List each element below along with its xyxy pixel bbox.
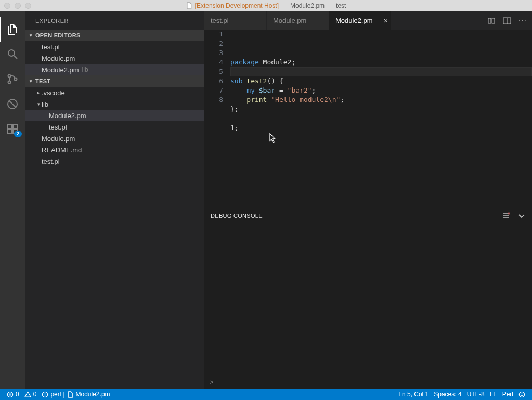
tree-file[interactable]: Module.pm xyxy=(25,133,204,144)
titlebar-filename: Module2.pm xyxy=(290,2,325,9)
open-editor-item[interactable]: test.pl xyxy=(25,41,204,53)
warning-icon xyxy=(24,391,31,398)
editor-tabs: test.pl Module.pm Module2.pm × ··· xyxy=(204,11,532,30)
code-line[interactable] xyxy=(230,67,532,76)
svg-rect-8 xyxy=(8,130,12,134)
status-cursor-position[interactable]: Ln 5, Col 1 xyxy=(396,389,431,400)
status-language[interactable]: Perl xyxy=(500,389,516,400)
editor-tab[interactable]: Module.pm xyxy=(267,11,329,30)
titlebar-host-label: [Extension Development Host] xyxy=(195,2,279,9)
svg-point-27 xyxy=(521,393,521,394)
svg-point-4 xyxy=(15,78,17,81)
file-label: test.pl xyxy=(42,43,60,51)
code-line[interactable]: 1; xyxy=(230,123,532,133)
code-line[interactable]: print "Hello module2\n"; xyxy=(230,95,532,105)
titlebar-separator: — xyxy=(281,2,288,9)
chevron-down-icon: ▾ xyxy=(35,101,42,107)
svg-point-26 xyxy=(519,392,524,397)
file-label: Module2.pm xyxy=(42,66,79,74)
svg-rect-11 xyxy=(488,18,491,23)
code-line[interactable]: sub test2() { xyxy=(230,76,532,86)
code-line[interactable]: my $bar = "bar2"; xyxy=(230,86,532,95)
activity-search[interactable] xyxy=(0,42,25,67)
line-numbers: 12345678 xyxy=(204,30,230,207)
code-line[interactable]: }; xyxy=(230,105,532,114)
status-eol[interactable]: LF xyxy=(487,389,500,400)
line-number: 4 xyxy=(204,58,223,67)
section-label: TEST xyxy=(35,78,50,84)
tree-folder[interactable]: ▸ .vscode xyxy=(25,87,204,98)
file-icon xyxy=(67,391,74,398)
chevron-right-icon: ▸ xyxy=(35,90,42,95)
maximize-window-button[interactable] xyxy=(25,3,31,9)
section-open-editors[interactable]: ▾ OPEN EDITORS xyxy=(25,30,204,41)
line-number: 3 xyxy=(204,48,223,58)
editor-tab[interactable]: Module2.pm × xyxy=(329,11,392,30)
editor-tab[interactable]: test.pl xyxy=(204,11,267,30)
status-indentation[interactable]: Spaces: 4 xyxy=(431,389,464,400)
clear-console-icon[interactable] xyxy=(502,212,510,220)
close-window-button[interactable] xyxy=(4,3,10,9)
status-warnings[interactable]: 0 xyxy=(22,389,40,400)
section-workspace[interactable]: ▾ TEST xyxy=(25,75,204,87)
open-editor-item[interactable]: Module.pm xyxy=(25,53,204,64)
window-titlebar: [Extension Development Host] — Module2.p… xyxy=(0,0,532,11)
close-tab-icon[interactable]: × xyxy=(384,17,388,25)
status-encoding[interactable]: UTF-8 xyxy=(464,389,487,400)
titlebar-project: test xyxy=(336,2,346,9)
tree-folder[interactable]: ▾ lib xyxy=(25,98,204,110)
file-label: test.pl xyxy=(42,158,60,165)
code-editor[interactable]: 12345678 package Module2;sub test2() { m… xyxy=(204,30,532,207)
input-chevron-icon: > xyxy=(210,378,214,386)
file-label: Module.pm xyxy=(42,135,75,143)
file-icon xyxy=(186,2,192,9)
panel-tab-debug-console[interactable]: DEBUG CONSOLE xyxy=(211,209,263,223)
code-line[interactable] xyxy=(230,114,532,123)
status-errors[interactable]: 0 xyxy=(4,389,22,400)
tree-file[interactable]: test.pl xyxy=(25,121,204,133)
titlebar-separator: — xyxy=(327,2,333,9)
activity-scm[interactable] xyxy=(0,67,25,92)
status-bar: 0 0 perl | Module2.pm Ln 5, Col 1 Spaces… xyxy=(0,389,532,400)
debug-console-output[interactable] xyxy=(204,224,532,375)
editor-actions: ··· xyxy=(487,11,532,30)
mouse-cursor-icon xyxy=(269,133,277,144)
bottom-panel: DEBUG CONSOLE > xyxy=(204,207,532,389)
file-label: Module.pm xyxy=(42,55,75,62)
activity-extensions[interactable]: 2 xyxy=(0,117,25,141)
file-label: test.pl xyxy=(49,123,67,131)
activity-explorer[interactable] xyxy=(0,17,25,42)
tree-file[interactable]: test.pl xyxy=(25,156,204,167)
tab-label: Module2.pm xyxy=(335,17,373,24)
tree-file[interactable]: README.md xyxy=(25,144,204,156)
section-label: OPEN EDITORS xyxy=(35,32,81,38)
activity-debug[interactable] xyxy=(0,92,25,117)
sidebar-explorer: EXPLORER ▾ OPEN EDITORS test.pl Module.p… xyxy=(25,11,204,389)
status-info[interactable]: perl | Module2.pm xyxy=(39,389,112,400)
file-label: Module2.pm xyxy=(49,112,86,120)
svg-point-24 xyxy=(45,393,45,393)
open-editor-item[interactable]: Module2.pm lib xyxy=(25,64,204,75)
status-filename: Module2.pm xyxy=(76,391,110,398)
svg-rect-10 xyxy=(13,124,17,128)
chevron-down-icon[interactable] xyxy=(517,212,526,220)
debug-console-input[interactable]: > xyxy=(204,375,532,389)
folder-label: .vscode xyxy=(42,89,65,97)
editor-group: test.pl Module.pm Module2.pm × ··· 12345… xyxy=(204,11,532,389)
status-feedback[interactable] xyxy=(516,389,528,400)
svg-line-6 xyxy=(9,101,16,107)
svg-rect-7 xyxy=(8,124,12,128)
line-number: 1 xyxy=(204,30,223,39)
sidebar-title: EXPLORER xyxy=(25,11,204,30)
more-actions-icon[interactable]: ··· xyxy=(518,16,527,25)
files-icon xyxy=(6,23,19,35)
split-editor-icon[interactable] xyxy=(503,17,511,25)
code-line[interactable]: package Module2; xyxy=(230,58,532,67)
tree-file[interactable]: Module2.pm xyxy=(25,110,204,121)
error-count: 0 xyxy=(16,391,19,398)
extensions-badge: 2 xyxy=(14,131,22,137)
compare-icon[interactable] xyxy=(487,17,496,25)
minimize-window-button[interactable] xyxy=(15,3,21,9)
tab-label: test.pl xyxy=(211,17,229,24)
window-title: [Extension Development Host] — Module2.p… xyxy=(0,2,532,9)
